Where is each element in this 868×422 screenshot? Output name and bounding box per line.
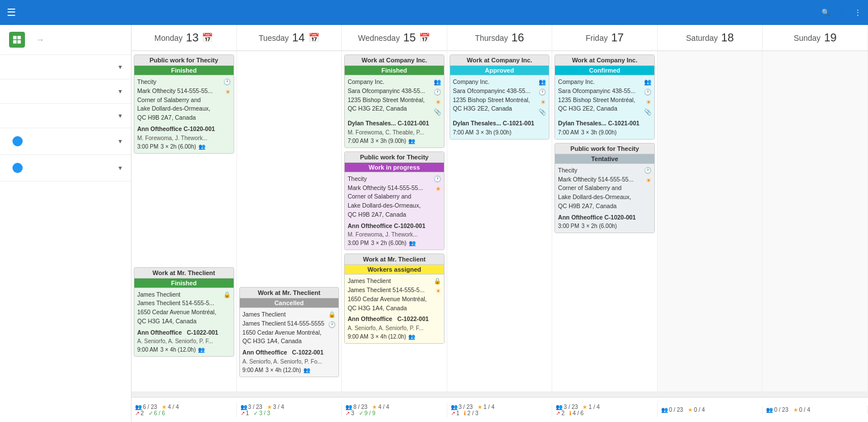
monday-col: Public work for Thecity Finished Thecity…	[132, 51, 237, 391]
state-notes-badge	[12, 136, 23, 146]
clock7-icon: 🕐	[328, 320, 336, 330]
footer-day-1: 👥 3 / 23 ★ 3 / 4 ↗1 ✓3 / 3	[237, 403, 342, 417]
workers-stat-icon: 👥	[766, 407, 773, 413]
clock2-icon: 🕐	[434, 88, 441, 97]
wed-job2-body: Thecity Mark Ofthecity 514-555-55... Cor…	[345, 172, 444, 250]
thu-job1[interactable]: Work at Company Inc. Approved Company In…	[450, 54, 550, 140]
fri-job1-status: Confirmed	[555, 66, 654, 75]
sidebar: → ▾ ▾ ▾ ▾ ▾	[0, 25, 132, 422]
footer-day-3: 👥 3 / 23 ★ 1 / 4 ↗1 ℹ2 / 3	[447, 403, 553, 417]
svg-rect-3	[18, 40, 21, 44]
job1-body: Thecity Mark Ofthecity 514-555-55... Cor…	[134, 75, 234, 153]
sidebar-todo[interactable]: ▾	[0, 155, 131, 182]
svg-rect-0	[13, 36, 16, 39]
sidebar-legend[interactable]: ▾	[0, 55, 131, 79]
footer-day-2: 👥 8 / 23 ★ 4 / 4 ↗3 ✓9 / 9	[342, 403, 447, 417]
monday-job2[interactable]: Work at Mr. Theclient Finished James The…	[134, 267, 234, 357]
job1-status: Finished	[134, 66, 234, 75]
monday-job1[interactable]: Public work for Thecity Finished Thecity…	[134, 54, 234, 154]
search-icon[interactable]: 🔍	[822, 9, 830, 16]
state-notes-chevron-icon: ▾	[118, 137, 122, 145]
hamburger-icon[interactable]: ☰	[7, 6, 16, 19]
clock3-icon: 🕐	[434, 175, 441, 184]
fri-job2-body: Thecity Mark Ofthecity 514-555-55... Cor…	[555, 164, 654, 233]
clock5-icon: 🕐	[644, 88, 651, 97]
friday-label: Friday	[586, 33, 608, 43]
fri-job2[interactable]: Public work for Thecity Tentative Thecit…	[554, 143, 655, 234]
star-stat-icon: ★	[688, 407, 693, 413]
saturday-label: Saturday	[686, 33, 718, 43]
fri-job1[interactable]: Work at Company Inc. Confirmed Company I…	[554, 54, 655, 140]
lock-icon: 🔒	[223, 290, 231, 299]
footer-day-4: 👥 3 / 23 ★ 1 / 4 ↗2 ℹ4 / 6	[552, 403, 658, 417]
footer-day-6: 👥 0 / 23 ★ 0 / 4	[763, 406, 868, 414]
workers-stat-icon: 👥	[345, 404, 352, 410]
fri-job1-body: Company Inc. Sara Ofcompanyinc 438-55...…	[555, 75, 654, 139]
wed-job2-status: Work in progress	[345, 163, 444, 172]
day-header-monday: Monday 13 📅	[132, 25, 237, 50]
wed-job2[interactable]: Public work for Thecity Work in progress…	[344, 151, 444, 251]
header-left: ☰	[7, 6, 24, 19]
thursday-num: 16	[511, 31, 524, 44]
sun3-icon: ☀	[435, 185, 441, 194]
footer-day-5: 👥 0 / 23 ★ 0 / 4	[658, 406, 763, 414]
wed-job3[interactable]: Work at Mr. Theclient Workers assigned J…	[344, 254, 444, 344]
monday-cal-icon[interactable]: 📅	[202, 32, 213, 43]
more-icon[interactable]: ⋮	[854, 9, 861, 16]
lock3-icon: 🔒	[434, 277, 441, 286]
arrow-stat-icon: ↗	[451, 410, 455, 416]
info-stat-icon: ℹ	[569, 410, 571, 416]
sidebar-filters[interactable]: ▾	[0, 104, 131, 128]
arrow-stat-icon: ↗	[556, 410, 560, 416]
sidebar-state-notes[interactable]: ▾	[0, 128, 131, 155]
info-stat-icon: ℹ	[464, 410, 466, 416]
workers-stat-icon: 👥	[135, 404, 142, 410]
workers7-icon: 👥	[198, 345, 205, 354]
tue-job1[interactable]: Work at Mr. Theclient Cancelled James Th…	[239, 287, 340, 377]
sunday-label: Sunday	[794, 33, 820, 43]
workers2-icon: 👥	[434, 78, 441, 87]
wed-job1[interactable]: Work at Company Inc. Finished Company In…	[344, 54, 444, 148]
sunday-col	[763, 51, 868, 391]
wednesday-cal-icon[interactable]: 📅	[419, 32, 430, 43]
pin2-icon: 📎	[539, 108, 546, 117]
thursday-label: Thursday	[475, 33, 508, 43]
main-layout: → ▾ ▾ ▾ ▾ ▾	[0, 25, 868, 422]
check-stat-icon: ✓	[149, 410, 153, 416]
fri-job1-title: Work at Company Inc.	[555, 55, 654, 66]
workers6-icon: 👥	[644, 78, 651, 87]
workers-stat-icon: 👥	[451, 404, 458, 410]
tuesday-cal-icon[interactable]: 📅	[308, 32, 320, 43]
monday-label: Monday	[154, 33, 183, 43]
todo-badge	[12, 163, 23, 173]
sun7-icon: ☀	[435, 287, 441, 296]
profile-icon[interactable]: 👤	[838, 9, 846, 16]
wed-job2-title: Public work for Thecity	[345, 152, 444, 163]
friday-col: Work at Company Inc. Confirmed Company I…	[552, 51, 658, 391]
filters-chevron-icon: ▾	[118, 112, 122, 120]
wednesday-col: Work at Company Inc. Finished Company In…	[342, 51, 447, 391]
sidebar-view-options[interactable]: ▾	[0, 79, 131, 104]
legend-chevron-icon: ▾	[118, 63, 122, 71]
day-header-friday: Friday 17	[552, 25, 658, 50]
saturday-num: 18	[721, 31, 734, 44]
star-stat-icon: ★	[162, 404, 167, 410]
star-stat-icon: ★	[793, 407, 798, 413]
sun2-icon: ☀	[435, 98, 441, 107]
view-options-chevron-icon: ▾	[118, 87, 122, 95]
workers-stat-icon: 👥	[661, 407, 668, 413]
arrow-stat-icon: ↗	[135, 410, 139, 416]
day-header-sunday: Sunday 19	[763, 25, 868, 50]
arrow-stat-icon: ↗	[240, 410, 245, 416]
workers8-icon: 👥	[303, 366, 310, 374]
thu-job1-body: Company Inc. Sara Ofcompanyinc 438-55...…	[450, 75, 549, 139]
wed-job1-body: Company Inc. Sara Ofcompanyinc 438-55...…	[345, 75, 444, 147]
app-navigate-icon[interactable]: →	[36, 35, 44, 44]
sunday-num: 19	[824, 31, 836, 44]
clock-icon: 🕐	[223, 78, 231, 87]
sun-icon: ☀	[225, 88, 231, 97]
workers-icon: 👥	[198, 142, 205, 151]
workers4-icon: 👥	[409, 239, 416, 247]
thu-job1-title: Work at Company Inc.	[450, 55, 549, 66]
lock2-icon: 🔒	[328, 310, 336, 319]
